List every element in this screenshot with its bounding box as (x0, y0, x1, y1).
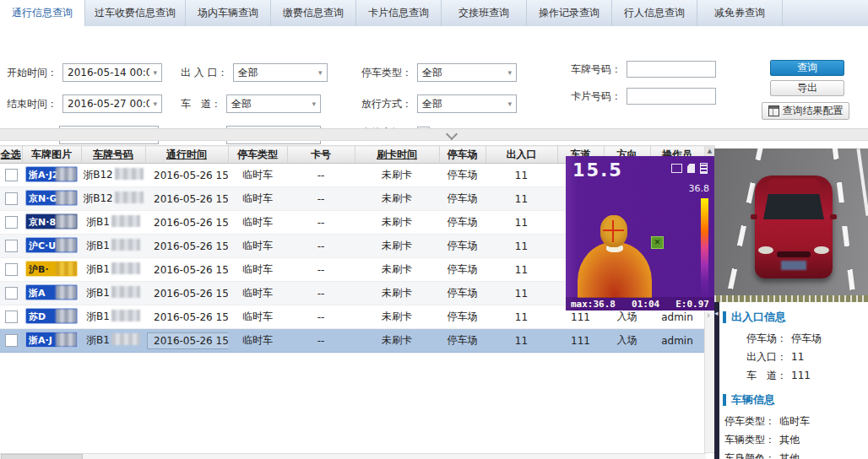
parking-type-select[interactable]: 全部 ▾ (417, 63, 517, 82)
table-horizontal-scrollbar[interactable] (0, 453, 706, 459)
panel-splitter[interactable]: ◂ (714, 302, 719, 459)
release-mode-select[interactable]: 全部 ▾ (417, 94, 517, 113)
pass-time: 2016-05-26 15:57:27 (147, 285, 228, 302)
info-item: 车辆类型：其他 (723, 430, 865, 449)
parking-type-cell: 临时车 (228, 258, 287, 282)
card-no-cell: -- (287, 329, 355, 353)
card-no-cell: -- (287, 187, 355, 211)
table-row[interactable]: 浙A·J 浙B1 2016-05-26 15:57:06 临时车 -- 未刷卡 … (0, 329, 704, 353)
plate-number-blur (111, 310, 140, 321)
plate-image: 沪B· (25, 261, 78, 277)
section-title-bar (723, 394, 726, 406)
thermal-scale-max: 36.8 (689, 183, 710, 194)
query-tab[interactable]: 缴费信息查询 (271, 0, 356, 26)
parking-lot-cell: 停车场 (439, 258, 486, 282)
plate-number-cell: 浙B12 (81, 187, 145, 211)
lane-label: 车 道： (181, 97, 221, 111)
crosshair-marker-icon: ✕ (651, 236, 664, 249)
plate-number-cell: 浙B1 (81, 282, 145, 305)
column-header[interactable]: 停车场 (439, 146, 486, 164)
pass-time-cell: 2016-05-26 15:57:37 (145, 258, 228, 282)
row-checkbox[interactable] (5, 169, 18, 181)
tab-label: 通行信息查询 (12, 6, 73, 20)
pass-time: 2016-05-26 15:57:47 (147, 238, 228, 255)
thermal-timer: 01:04 (632, 299, 659, 310)
form-collapse-bar[interactable] (0, 128, 868, 141)
row-checkbox[interactable] (5, 310, 18, 323)
plate-image-cell: 苏D (22, 305, 81, 329)
tab-label: 减免券查询 (714, 6, 765, 20)
column-header[interactable]: 刷卡时间 (355, 146, 439, 164)
plate-number-cell: 浙B1 (81, 329, 145, 353)
pass-time-cell: 2016-05-26 15:59:02 (145, 164, 228, 187)
column-header[interactable]: 出入口 (486, 146, 557, 164)
query-tab[interactable]: 行人信息查询 (612, 0, 697, 26)
end-time-label: 结束时间： (7, 97, 57, 111)
pass-time-cell: 2016-05-26 15:58:08 (145, 187, 228, 211)
thermal-color-scale (701, 198, 708, 298)
column-header[interactable]: 通行时间 (145, 146, 228, 164)
query-tab[interactable]: 交接班查询 (442, 0, 527, 26)
thermal-emissivity: E:0.97 (675, 299, 709, 310)
row-checkbox[interactable] (5, 216, 18, 229)
column-header[interactable]: 车牌号码 (81, 146, 145, 164)
red-car (755, 176, 833, 278)
horizontal-scroll-thumb[interactable] (1, 454, 83, 459)
plate-image: 苏D (25, 308, 78, 324)
thermal-camera-view: 15.5 36.8 ✕ max:36.8 01:04 E:0.97 (566, 156, 714, 310)
parking-type-cell: 临时车 (228, 211, 287, 235)
start-time-select[interactable]: 2016-05-14 00:00 ▾ (62, 63, 162, 82)
query-tab[interactable]: 过车收费信息查询 (85, 0, 186, 26)
plate-number: 浙B12 (83, 169, 113, 181)
checkbox-cell (0, 329, 22, 353)
query-form: 开始时间： 2016-05-14 00:00 ▾ 结束时间： 2016-05-2… (0, 26, 868, 128)
column-header[interactable]: 停车类型 (228, 146, 287, 164)
lane-select[interactable]: 全部 ▾ (226, 94, 321, 113)
card-no-cell: -- (287, 258, 355, 282)
gate-select[interactable]: 全部 ▾ (233, 63, 328, 82)
tab-label: 缴费信息查询 (283, 6, 344, 20)
chevron-down-icon: ▾ (507, 100, 512, 108)
plate-number: 浙B1 (86, 263, 110, 275)
plate-number-blur (115, 192, 144, 203)
parking-type-label: 停车类型： (361, 66, 412, 80)
plate-blur-mosaic (56, 191, 77, 205)
column-header[interactable]: 全选 (0, 146, 22, 164)
plate-number-blur (115, 168, 144, 180)
query-tab[interactable]: 通行信息查询 (0, 0, 85, 27)
row-checkbox[interactable] (5, 287, 18, 300)
collapse-arrow-icon: ◂ (714, 309, 719, 317)
plate-number-cell: 浙B1 (81, 235, 145, 258)
query-button[interactable]: 查询 (770, 60, 844, 76)
splitter-arrow-icon[interactable]: › (707, 311, 710, 320)
row-checkbox[interactable] (5, 334, 18, 347)
end-time-select[interactable]: 2016-05-27 00:00 ▾ (62, 94, 162, 113)
query-tab[interactable]: 场内车辆查询 (186, 0, 271, 26)
plate-number-blur (111, 286, 140, 298)
display-icon (671, 164, 682, 173)
query-tab[interactable]: 减免券查询 (697, 0, 783, 26)
plate-no-input[interactable] (627, 61, 716, 78)
query-tab[interactable]: 操作记录查询 (527, 0, 612, 26)
tab-label: 交接班查询 (458, 6, 509, 20)
pass-time: 2016-05-26 15:59:02 (147, 167, 228, 184)
swipe-time-cell: 未刷卡 (355, 187, 439, 211)
info-item: 停车场：停车场 (723, 329, 865, 348)
card-no-input[interactable] (627, 88, 716, 105)
plate-no-label: 车牌号码： (571, 62, 621, 77)
tab-bar: 通行信息查询 过车收费信息查询 场内车辆查询 缴费信息查询 卡片信息查询 交接班… (0, 0, 868, 27)
export-button[interactable]: 导出 (770, 80, 844, 96)
row-checkbox[interactable] (5, 192, 18, 205)
thermal-status-icons (671, 163, 708, 174)
query-tab[interactable]: 卡片信息查询 (356, 0, 442, 26)
pass-time-cell: 2016-05-26 15:57:57 (145, 211, 228, 235)
card-no-cell: -- (287, 282, 355, 305)
row-checkbox[interactable] (5, 263, 18, 276)
pass-time: 2016-05-26 15:57:57 (147, 214, 228, 231)
column-header[interactable]: 车牌图片 (22, 146, 81, 164)
row-checkbox[interactable] (5, 240, 18, 252)
config-grid-icon (768, 105, 779, 116)
result-config-button[interactable]: 查询结果配置 (762, 102, 849, 120)
column-header[interactable]: 卡号 (287, 146, 355, 164)
pass-time: 2016-05-26 15:57:17 (147, 309, 228, 326)
